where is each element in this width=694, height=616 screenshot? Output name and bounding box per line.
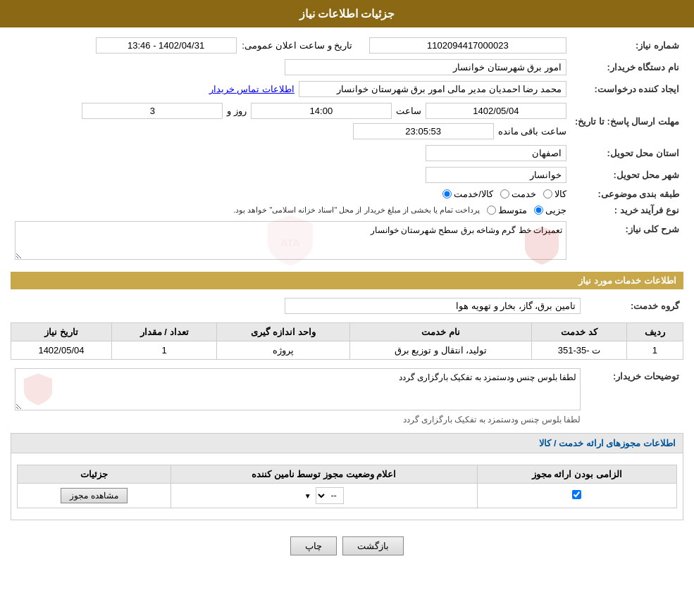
category-goods-service-radio[interactable] <box>442 189 452 199</box>
buyer-notes-label: توضیحات خریدار: <box>585 365 683 427</box>
buyer-notes-table: توضیحات خریدار: لطفا بلوس چنس ودستمزد به… <box>11 365 683 427</box>
deadline-remaining-label: ساعت باقی مانده <box>498 126 566 137</box>
permits-table-row: -- ▼ مشاهده مجوز <box>18 484 677 508</box>
services-section-title: اطلاعات خدمات مورد نیاز <box>11 272 683 289</box>
province-label: استان محل تحویل: <box>571 142 683 164</box>
services-table: ردیف کد خدمت نام خدمت واحد اندازه گیری ت… <box>11 322 683 360</box>
city-label: شهر محل تحویل: <box>571 164 683 186</box>
deadline-remaining: 23:05:53 <box>353 123 494 139</box>
permits-col-details: جزئیات <box>18 465 171 484</box>
back-button[interactable]: بازگشت <box>342 536 404 555</box>
request-number-label: شماره نیاز: <box>571 34 683 56</box>
purchase-type-label: نوع فرآیند خرید : <box>571 202 683 218</box>
request-number-value: 1102094417000023 <box>369 37 566 54</box>
page-title: جزئیات اطلاعات نیاز <box>299 8 395 20</box>
permits-content: الزامی بودن ارائه مجوز اعلام وضعیت مجوز … <box>11 453 683 520</box>
dropdown-icon: ▼ <box>304 492 311 500</box>
deadline-label: مهلت ارسال پاسخ: تا تاریخ: <box>571 100 683 142</box>
deadline-date: 1402/05/04 <box>426 103 566 119</box>
purchase-type-partial-label: جزیی <box>545 205 566 215</box>
purchase-type-medium-label: متوسط <box>498 205 527 215</box>
deadline-time-label: ساعت <box>396 106 421 116</box>
page-header: جزئیات اطلاعات نیاز <box>0 0 694 27</box>
purchase-type-note: پرداخت تمام یا بخشی از مبلغ خریدار از مح… <box>233 206 480 215</box>
buyer-notes-hint: لطفا بلوس چنس ودستمزد به تفکیک بارگزاری … <box>15 415 581 425</box>
view-permit-button[interactable]: مشاهده مجوز <box>61 488 127 503</box>
service-group-value: تامین برق، گاز، بخار و تهویه هوا <box>285 298 581 314</box>
category-service-radio[interactable] <box>500 189 509 199</box>
purchase-type-partial-radio[interactable] <box>534 206 543 215</box>
quantity: 1 <box>111 341 216 360</box>
deadline-time: 14:00 <box>251 103 392 119</box>
contact-link[interactable]: اطلاعات تماس خریدار <box>209 84 295 94</box>
purchase-type-radio-group: جزیی متوسط پرداخت تمام یا بخشی از مبلغ خ… <box>15 205 566 215</box>
deadline-days-label: روز و <box>227 106 247 116</box>
category-goods-label: کالا <box>554 189 566 199</box>
category-goods-service-label: کالا/خدمت <box>454 189 493 199</box>
permits-details-cell: مشاهده مجوز <box>18 484 171 508</box>
table-row: 1 ت -35-351 تولید، انتقال و توزیع برق پر… <box>11 341 683 360</box>
service-group-label: گروه خدمت: <box>585 295 683 317</box>
permits-table: الزامی بودن ارائه مجوز اعلام وضعیت مجوز … <box>17 465 677 508</box>
need-date: 1402/05/04 <box>11 341 112 360</box>
service-group-table: گروه خدمت: تامین برق، گاز، بخار و تهویه … <box>11 295 683 317</box>
announce-value: 1402/04/31 - 13:46 <box>96 37 237 54</box>
row-num: 1 <box>626 341 683 360</box>
permits-col-status: اعلام وضعیت مجوز توسط نامین کننده <box>171 465 477 484</box>
description-textarea[interactable]: <span data-bind="fields.description_valu… <box>15 221 566 260</box>
permits-mandatory-checkbox[interactable] <box>572 490 581 499</box>
col-unit: واحد اندازه گیری <box>217 323 349 341</box>
main-info-table: شماره نیاز: 1102094417000023 تاریخ و ساع… <box>11 34 683 265</box>
col-quantity: تعداد / مقدار <box>111 323 216 341</box>
buyer-org-value: امور برق شهرستان خوانسار <box>285 59 566 75</box>
category-service-label: خدمت <box>512 189 536 199</box>
description-label: شرح کلی نیاز: <box>571 218 683 265</box>
permits-status-cell: -- ▼ <box>171 484 477 508</box>
buyer-notes-textarea[interactable] <box>15 368 581 410</box>
permits-col-mandatory: الزامی بودن ارائه مجوز <box>477 465 676 484</box>
deadline-days: 3 <box>82 103 223 119</box>
creator-value: محمد رضا احمدیان مدیر مالی امور برق شهرس… <box>299 81 566 97</box>
city-value: خوانسار <box>426 167 566 183</box>
service-code: ت -35-351 <box>532 341 627 360</box>
province-value: اصفهان <box>426 145 566 161</box>
col-date: تاریخ نیاز <box>11 323 112 341</box>
service-name: تولید، انتقال و توزیع برق <box>349 341 531 360</box>
col-service-name: نام خدمت <box>349 323 531 341</box>
creator-label: ایجاد کننده درخواست: <box>571 78 683 100</box>
category-label: طبقه بندی موضوعی: <box>571 186 683 202</box>
print-button[interactable]: چاپ <box>290 536 337 555</box>
col-service-code: کد خدمت <box>532 323 627 341</box>
announce-label: تاریخ و ساعت اعلان عمومی: <box>242 40 352 51</box>
buyer-org-label: نام دستگاه خریدار: <box>571 56 683 78</box>
col-row-num: ردیف <box>626 323 683 341</box>
purchase-type-medium-radio[interactable] <box>487 206 496 215</box>
category-goods-radio[interactable] <box>543 189 552 199</box>
permits-section: اطلاعات مجوزهای ارائه خدمت / کالا الزامی… <box>11 433 683 520</box>
category-radio-group: کالا خدمت کالا/خدمت <box>15 189 566 199</box>
permits-header[interactable]: اطلاعات مجوزهای ارائه خدمت / کالا <box>11 434 683 453</box>
permits-mandatory-cell <box>477 484 676 508</box>
unit: پروژه <box>217 341 349 360</box>
permits-status-select[interactable]: -- <box>316 487 344 504</box>
footer-buttons: بازگشت چاپ <box>11 526 683 566</box>
